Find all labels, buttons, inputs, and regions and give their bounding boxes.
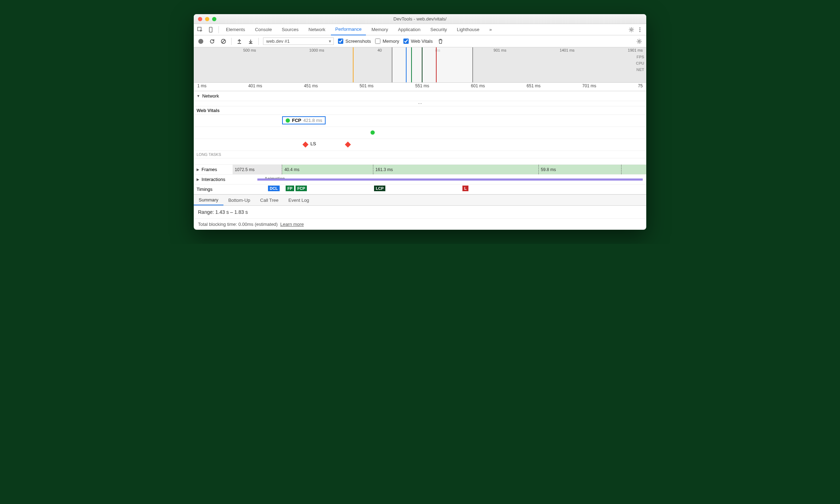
detail-tab-calltree[interactable]: Call Tree <box>255 195 284 205</box>
detail-tab-summary[interactable]: Summary <box>194 195 223 205</box>
device-toggle-icon[interactable] <box>207 26 214 33</box>
upload-icon[interactable] <box>236 38 243 45</box>
fcp-marker-icon <box>286 118 290 123</box>
detail-tab-bottomup[interactable]: Bottom-Up <box>223 195 255 205</box>
detail-tabs: Summary Bottom-Up Call Tree Event Log <box>194 194 646 206</box>
overview-marker-green <box>411 47 412 82</box>
svg-rect-1 <box>209 27 212 32</box>
overview-selection[interactable] <box>392 47 473 82</box>
fcp-tooltip[interactable]: FCP 421.8 ms <box>282 116 326 124</box>
overview-marker-red <box>436 47 437 82</box>
frames-row[interactable]: ▶Frames 1072.5 ms 40.4 ms 161.3 ms 59.8 … <box>194 165 646 175</box>
timeline-overview[interactable]: 500 ms 1000 ms 40 ms 901 ms 1401 ms 1901… <box>194 47 646 83</box>
webvitals-checkbox[interactable]: Web Vitals <box>403 39 433 44</box>
record-button[interactable] <box>197 38 204 45</box>
animation-bar[interactable] <box>257 178 643 181</box>
frame-segment[interactable]: 59.8 ms <box>539 165 622 174</box>
frame-segment[interactable]: 1072.5 ms <box>233 165 282 174</box>
svg-point-8 <box>638 40 640 42</box>
tab-lighthouse[interactable]: Lighthouse <box>453 24 484 35</box>
frame-segment[interactable]: 161.3 ms <box>373 165 539 174</box>
devtools-window: DevTools - web.dev/vitals/ Elements Cons… <box>194 14 646 230</box>
svg-line-7 <box>222 40 225 43</box>
overview-marker-orange <box>353 47 354 82</box>
svg-point-3 <box>640 27 641 28</box>
timing-fp[interactable]: FP <box>286 186 294 191</box>
summary-panel: Range: 1.43 s – 1.83 s <box>194 206 646 218</box>
tab-console[interactable]: Console <box>251 24 276 35</box>
interactions-row[interactable]: ▶Interactions Animation <box>194 175 646 184</box>
minimize-icon[interactable] <box>205 17 209 21</box>
webvitals-fcp-row: FCP 421.8 ms <box>194 115 646 127</box>
timing-l[interactable]: L <box>462 186 468 191</box>
window-controls <box>198 17 216 21</box>
ls-marker-1-icon[interactable] <box>303 142 309 148</box>
longtasks-track <box>194 158 646 165</box>
timing-dcl[interactable]: DCL <box>268 186 280 191</box>
learn-more-link[interactable]: Learn more <box>280 222 304 227</box>
frame-segment[interactable]: 40.4 ms <box>282 165 373 174</box>
footer: Total blocking time: 0.00ms (estimated) … <box>194 218 646 230</box>
svg-point-2 <box>631 29 632 30</box>
trash-icon[interactable] <box>437 38 444 45</box>
kebab-icon[interactable] <box>636 26 643 33</box>
longtasks-header: LONG TASKS <box>194 151 646 158</box>
summary-range: Range: 1.43 s – 1.83 s <box>198 209 642 215</box>
tab-memory[interactable]: Memory <box>367 24 392 35</box>
tab-elements[interactable]: Elements <box>222 24 249 35</box>
tab-network[interactable]: Network <box>304 24 330 35</box>
settings-gear-icon[interactable] <box>636 38 643 45</box>
gear-icon[interactable] <box>628 26 635 33</box>
timings-row: Timings DCL FP FCP LCP L <box>194 184 646 194</box>
tab-security[interactable]: Security <box>426 24 451 35</box>
ls-marker-2-icon[interactable] <box>345 142 351 148</box>
download-icon[interactable] <box>247 38 254 45</box>
overview-marker-darkgreen <box>422 47 422 82</box>
profile-select[interactable]: web.dev #1 <box>263 37 334 45</box>
overview-marker-blue <box>406 47 407 82</box>
collapsed-indicator[interactable]: ⋯ <box>194 101 646 106</box>
ls-label: LS <box>310 141 316 146</box>
memory-checkbox[interactable]: Memory <box>375 39 399 44</box>
screenshots-checkbox[interactable]: Screenshots <box>338 39 371 44</box>
close-icon[interactable] <box>198 17 202 21</box>
titlebar: DevTools - web.dev/vitals/ <box>194 14 646 24</box>
zoom-icon[interactable] <box>212 17 216 21</box>
tab-performance[interactable]: Performance <box>331 24 366 35</box>
inspect-icon[interactable] <box>197 26 204 33</box>
window-title: DevTools - web.dev/vitals/ <box>194 16 646 22</box>
webvitals-ls-row: LS <box>194 139 646 151</box>
lcp-marker-icon[interactable] <box>371 130 375 135</box>
detail-tab-eventlog[interactable]: Event Log <box>284 195 314 205</box>
timing-lcp[interactable]: LCP <box>374 186 385 191</box>
webvitals-lcp-row <box>194 127 646 139</box>
reload-button[interactable] <box>209 38 216 45</box>
svg-point-5 <box>640 31 641 32</box>
webvitals-header: Web Vitals <box>194 106 646 115</box>
network-row[interactable]: ▼Network <box>194 91 646 101</box>
tbt-text: Total blocking time: 0.00ms (estimated) <box>198 222 278 227</box>
tab-application[interactable]: Application <box>394 24 425 35</box>
timing-fcp[interactable]: FCP <box>296 186 307 191</box>
tabs-more[interactable]: » <box>485 24 496 35</box>
overview-lane-labels: FPS CPU NET <box>636 54 644 73</box>
clear-button[interactable] <box>220 38 227 45</box>
devtools-tabbar: Elements Console Sources Network Perform… <box>194 24 646 35</box>
perf-toolbar: web.dev #1 Screenshots Memory Web Vitals <box>194 35 646 47</box>
svg-point-4 <box>640 29 641 30</box>
timeline-ruler[interactable]: 1 ms 401 ms 451 ms 501 ms 551 ms 601 ms … <box>194 83 646 91</box>
tab-sources[interactable]: Sources <box>278 24 303 35</box>
